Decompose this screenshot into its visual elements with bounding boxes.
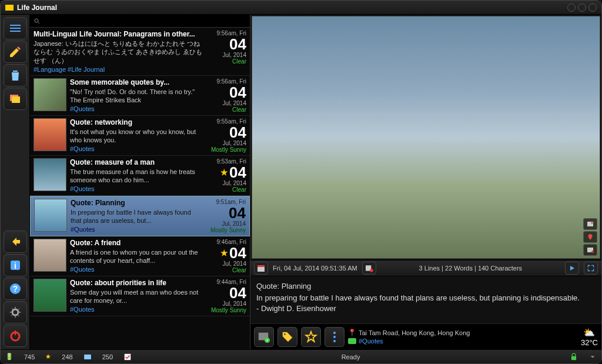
svg-point-9	[35, 19, 38, 22]
entry-month-year: Jul, 2014	[222, 52, 246, 58]
entry-item[interactable]: Quote: networkingIt's not what you know …	[30, 116, 250, 156]
entry-excerpt: The true measure of a man is how he trea…	[70, 168, 203, 185]
trash-icon	[8, 68, 22, 82]
search-input[interactable]	[43, 18, 246, 25]
status-star-icon: ★	[45, 353, 51, 360]
status-check-icon	[123, 353, 132, 361]
gallery-button[interactable]	[4, 88, 27, 110]
entry-day: 04	[229, 85, 246, 100]
edit-button[interactable]	[4, 41, 27, 63]
app-title: Life Journal	[17, 4, 57, 12]
status-count-1: 745	[24, 353, 35, 360]
fullscreen-icon	[587, 264, 595, 272]
status-bar: 🔋745 ★248 250 Ready	[1, 349, 601, 363]
entry-weather: Clear	[232, 186, 246, 193]
search-icon	[34, 18, 41, 25]
entry-tags: #Quotes	[70, 105, 203, 112]
entry-weather: Mostly Sunny	[211, 307, 246, 313]
weather-icon: ⛅	[583, 327, 595, 338]
photo-remove[interactable]	[583, 244, 597, 256]
image-icon	[586, 221, 594, 228]
entries-list[interactable]: Multi-Lingual Life Journal: Panagrams in…	[30, 28, 250, 349]
entry-month-year: Jul, 2014	[222, 140, 246, 146]
help-icon: ?	[8, 282, 22, 296]
gear-icon	[8, 305, 22, 319]
search-bar[interactable]	[30, 15, 250, 28]
tags-icon	[281, 330, 294, 343]
entry-item[interactable]: Multi-Lingual Life Journal: Panagrams in…	[30, 28, 250, 76]
status-count-2: 248	[62, 353, 72, 360]
titlebar: Life Journal	[1, 1, 601, 15]
entry-day: 04	[229, 205, 246, 221]
entry-weather: Clear	[232, 106, 246, 113]
svg-rect-1	[12, 96, 20, 103]
entry-content: Quote: Planning In preparing for battle …	[250, 276, 601, 323]
entry-excerpt: Some day you will meet a man who does no…	[70, 288, 203, 305]
detail-pane: Fri, 04 Jul, 2014 09:51:35 AM 3 Lines | …	[250, 15, 601, 349]
more-button[interactable]	[325, 327, 345, 347]
power-button[interactable]	[4, 325, 27, 347]
add-image-button[interactable]: +	[254, 327, 274, 347]
svg-point-13	[591, 251, 594, 253]
calendar-button[interactable]	[254, 262, 268, 275]
close-button[interactable]	[588, 4, 597, 12]
star-icon	[305, 330, 317, 343]
entry-excerpt: "No! Try not! Do. Or do not. There is no…	[70, 88, 203, 105]
settings-button[interactable]	[4, 301, 27, 323]
entry-datetime: Fri, 04 Jul, 2014 09:51:35 AM	[273, 265, 357, 272]
menu-icon	[8, 21, 22, 35]
status-ready: Ready	[342, 353, 360, 360]
entry-month-year: Jul, 2014	[222, 221, 246, 227]
tags-button[interactable]	[277, 327, 297, 347]
location-pin-icon: 📍	[348, 329, 356, 336]
entry-tags: #Quotes	[70, 185, 203, 192]
back-button[interactable]	[4, 231, 27, 253]
content-title: Quote: Planning	[256, 281, 596, 292]
play-button[interactable]	[565, 262, 579, 275]
entry-photo[interactable]	[252, 16, 600, 259]
maximize-button[interactable]	[578, 4, 586, 12]
entry-weather: Mostly Sunny	[210, 227, 246, 233]
entry-day: 04	[229, 125, 246, 140]
favorite-button[interactable]	[301, 327, 321, 347]
star-icon: ★	[220, 168, 228, 176]
photo-action-1[interactable]	[583, 218, 597, 230]
date-options-button[interactable]	[362, 262, 376, 275]
star-icon: ★	[220, 249, 228, 257]
tag-bar: + 📍Tai Tam Road, Hong Kong, Hong Kong #Q…	[250, 323, 601, 349]
battery-icon: 🔋	[5, 353, 14, 360]
entry-item[interactable]: Quote: PlanningIn preparing for battle I…	[30, 196, 250, 236]
help-button[interactable]: ?	[4, 278, 27, 300]
menu-button[interactable]	[4, 17, 27, 39]
app-icon	[5, 5, 14, 11]
pin-icon	[587, 233, 594, 241]
info-button[interactable]: i	[4, 254, 27, 276]
entry-weather: Clear	[232, 58, 246, 65]
tag-chip-icon	[348, 338, 356, 344]
entry-item[interactable]: Quote: about priorities in lifeSome day …	[30, 276, 250, 316]
entry-excerpt: Japanese: いろはにほへと ちりぬるを わかよたれそ つねならむ うゐの…	[34, 39, 203, 65]
svg-point-6	[12, 309, 18, 315]
entry-month-year: Jul, 2014	[222, 180, 246, 186]
entry-stats: 3 Lines | 22 Words | 140 Characters	[381, 265, 560, 272]
entry-weather: Mostly Sunny	[211, 146, 246, 153]
entry-tags: #Quotes	[70, 306, 203, 313]
entry-day: ★04	[220, 245, 246, 261]
entry-month-year: Jul, 2014	[222, 261, 246, 267]
photo-location[interactable]	[583, 231, 597, 243]
minimize-button[interactable]	[567, 4, 576, 12]
chevron-down-icon[interactable]	[588, 353, 597, 361]
lock-icon[interactable]	[570, 353, 578, 361]
temperature: 32°C	[581, 338, 598, 347]
power-icon	[8, 329, 22, 343]
entry-day: 04	[229, 285, 246, 300]
info-bar: Fri, 04 Jul, 2014 09:51:35 AM 3 Lines | …	[250, 260, 601, 276]
fullscreen-button[interactable]	[584, 262, 598, 275]
entry-thumbnail	[34, 279, 66, 312]
entry-item[interactable]: Some memorable quotes by..."No! Try not!…	[30, 76, 250, 116]
entry-item[interactable]: Quote: measure of a manThe true measure …	[30, 156, 250, 196]
entry-title: Quote: networking	[70, 118, 203, 126]
entry-day: 04	[229, 36, 246, 52]
entry-item[interactable]: Quote: A friendA friend is one to whom y…	[30, 236, 250, 276]
trash-button[interactable]	[4, 64, 27, 86]
